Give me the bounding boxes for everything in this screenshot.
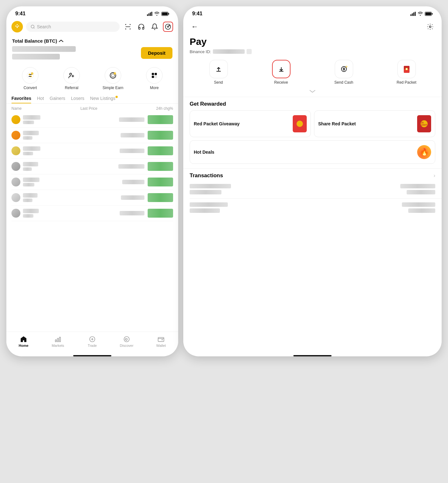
nav-markets[interactable]: Markets	[41, 336, 75, 347]
receive-icon	[277, 65, 285, 73]
nav-discover-label: Discover	[120, 344, 134, 347]
transactions-chevron-icon[interactable]: ›	[434, 173, 435, 178]
transactions-header: Transactions ›	[183, 170, 442, 182]
hot-deals-card[interactable]: Hot Deals	[190, 140, 435, 164]
reward-card-share[interactable]: Share Red Packet 25USDT	[314, 110, 435, 137]
home-indicator-left	[73, 355, 111, 356]
more-dots-icon	[150, 72, 158, 79]
share-red-packet-label: Share Red Packet	[318, 121, 356, 127]
convert-icon-wrap	[22, 67, 38, 84]
pay-action-red-packet[interactable]: Red Packet	[376, 60, 437, 85]
reward-card-giveaway[interactable]: Red Packet Giveaway	[190, 110, 311, 137]
nav-trade[interactable]: Trade	[75, 336, 109, 347]
change-col-5	[148, 178, 173, 186]
table-row[interactable]	[11, 143, 173, 159]
binance-id-value	[213, 49, 245, 54]
price-blurred	[120, 149, 144, 153]
send-label: Send	[214, 80, 223, 85]
coin-icon-5	[11, 178, 20, 186]
action-convert[interactable]: Convert	[18, 67, 43, 90]
svg-point-7	[31, 25, 34, 28]
coin-name-blurred	[23, 146, 40, 151]
reward-grid: Red Packet Giveaway Share Red Packet 25U…	[183, 110, 442, 140]
tx-col-right-1	[400, 184, 435, 194]
tx-col-left-2	[190, 202, 228, 213]
pay-action-send-cash[interactable]: Send Cash	[314, 60, 374, 85]
status-bar-left: 9:41	[6, 6, 178, 18]
tab-favorites[interactable]: Favorites	[11, 96, 31, 103]
change-col-6	[148, 193, 173, 202]
time-right: 9:41	[192, 11, 202, 17]
price-col-1	[53, 117, 144, 122]
coin-icon-2	[11, 131, 20, 140]
svg-point-16	[114, 73, 116, 75]
tx-blurred-1d	[407, 190, 435, 194]
receive-icon-wrap	[272, 60, 290, 78]
coin-name-blurred	[23, 209, 39, 213]
notification-icon-btn[interactable]	[150, 22, 160, 32]
wifi-icon	[154, 12, 159, 16]
svg-rect-32	[432, 13, 433, 15]
coin-info-1	[11, 115, 50, 124]
table-row[interactable]	[11, 206, 173, 221]
headphone-icon-btn[interactable]	[136, 22, 146, 32]
nav-wallet[interactable]: Wallet	[144, 336, 178, 347]
change-col-3	[148, 146, 173, 155]
scan-icon-btn[interactable]	[123, 22, 133, 32]
action-more[interactable]: More	[142, 67, 167, 90]
coin-icon-6	[11, 193, 20, 202]
nav-home[interactable]: Home	[6, 336, 41, 347]
settings-button[interactable]	[425, 22, 435, 32]
tab-losers[interactable]: Losers	[71, 96, 84, 103]
earn-icon-wrap	[105, 67, 121, 84]
pay-action-receive[interactable]: Receive	[251, 60, 311, 85]
table-row[interactable]	[11, 174, 173, 190]
deposit-button[interactable]: Deposit	[141, 47, 172, 59]
back-button[interactable]: ←	[190, 22, 200, 32]
tab-hot[interactable]: Hot	[37, 96, 44, 103]
table-row[interactable]	[11, 190, 173, 206]
change-col-7	[148, 209, 173, 218]
coin-icon-4	[11, 162, 20, 171]
tx-blurred-2d	[408, 208, 435, 213]
nav-home-label: Home	[19, 344, 29, 347]
tab-new-listings[interactable]: New Listings	[90, 96, 115, 103]
balance-row: Deposit	[12, 46, 172, 60]
price-col-7	[53, 211, 144, 215]
price-col-5	[53, 180, 144, 184]
search-bar[interactable]: Search	[26, 22, 120, 32]
binance-logo[interactable]	[11, 21, 23, 32]
nav-discover[interactable]: Discover	[109, 336, 144, 347]
expand-actions[interactable]	[183, 90, 442, 95]
table-row[interactable]	[11, 112, 173, 128]
svg-point-10	[169, 25, 170, 26]
coin-name-blurred	[23, 162, 38, 166]
market-tabs: Favorites Hot Gainers Losers New Listing…	[6, 94, 178, 104]
coin-info-4	[11, 162, 50, 171]
price-blurred	[119, 117, 144, 122]
copy-id-icon[interactable]	[247, 49, 252, 54]
table-row[interactable]	[11, 128, 173, 143]
coin-icon-7	[11, 209, 20, 218]
price-blurred	[121, 133, 144, 137]
svg-rect-33	[425, 12, 431, 15]
coin-sub-blurred	[23, 214, 33, 218]
red-packet-label: Red Packet	[396, 80, 416, 85]
transaction-row-1[interactable]	[183, 182, 442, 196]
table-row[interactable]	[11, 159, 173, 174]
hot-deals-icon	[417, 145, 431, 159]
price-blurred	[120, 211, 144, 215]
svg-rect-20	[155, 76, 157, 78]
action-referral[interactable]: Referral	[59, 67, 84, 90]
more-label: More	[150, 86, 158, 90]
pay-action-send[interactable]: Send	[188, 60, 248, 85]
transaction-row-2[interactable]	[183, 200, 442, 215]
action-simple-earn[interactable]: Simple Earn	[100, 67, 126, 90]
svg-rect-23	[60, 337, 61, 342]
coin-name-blurred	[23, 131, 39, 135]
tab-gainers[interactable]: Gainers	[50, 96, 65, 103]
trade-icon	[89, 336, 96, 343]
pay-icon-btn[interactable]	[163, 22, 173, 32]
balance-section: Total Balance (BTC) Deposit	[6, 36, 178, 65]
divider-1	[183, 97, 442, 97]
